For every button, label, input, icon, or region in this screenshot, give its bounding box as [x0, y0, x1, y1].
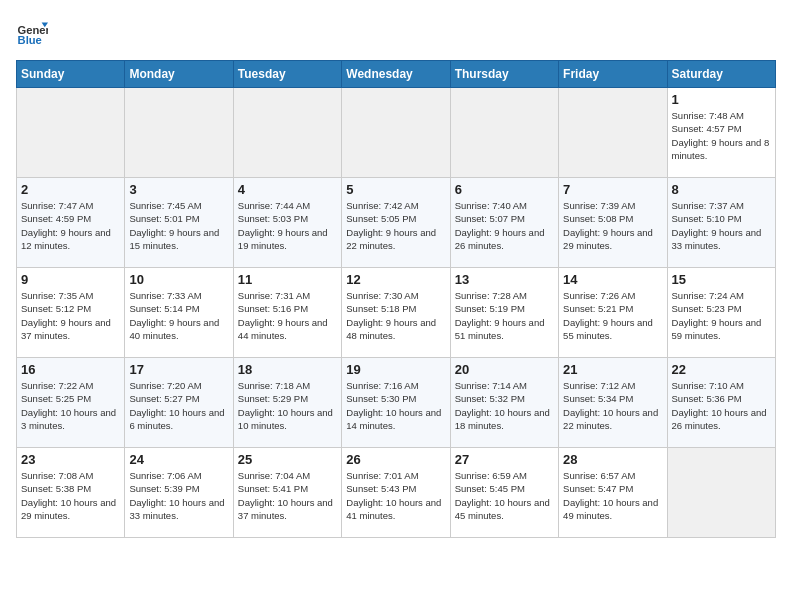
day-number: 10	[129, 272, 228, 287]
day-number: 21	[563, 362, 662, 377]
day-info: Sunrise: 7:44 AM Sunset: 5:03 PM Dayligh…	[238, 199, 337, 252]
day-number: 9	[21, 272, 120, 287]
header-row: SundayMondayTuesdayWednesdayThursdayFrid…	[17, 61, 776, 88]
day-info: Sunrise: 7:45 AM Sunset: 5:01 PM Dayligh…	[129, 199, 228, 252]
day-info: Sunrise: 7:47 AM Sunset: 4:59 PM Dayligh…	[21, 199, 120, 252]
day-cell: 20Sunrise: 7:14 AM Sunset: 5:32 PM Dayli…	[450, 358, 558, 448]
day-info: Sunrise: 7:22 AM Sunset: 5:25 PM Dayligh…	[21, 379, 120, 432]
day-number: 27	[455, 452, 554, 467]
day-cell: 13Sunrise: 7:28 AM Sunset: 5:19 PM Dayli…	[450, 268, 558, 358]
day-info: Sunrise: 7:06 AM Sunset: 5:39 PM Dayligh…	[129, 469, 228, 522]
day-number: 3	[129, 182, 228, 197]
day-number: 13	[455, 272, 554, 287]
day-info: Sunrise: 6:57 AM Sunset: 5:47 PM Dayligh…	[563, 469, 662, 522]
week-row-1: 2Sunrise: 7:47 AM Sunset: 4:59 PM Daylig…	[17, 178, 776, 268]
day-cell: 3Sunrise: 7:45 AM Sunset: 5:01 PM Daylig…	[125, 178, 233, 268]
day-info: Sunrise: 7:04 AM Sunset: 5:41 PM Dayligh…	[238, 469, 337, 522]
week-row-2: 9Sunrise: 7:35 AM Sunset: 5:12 PM Daylig…	[17, 268, 776, 358]
day-cell: 6Sunrise: 7:40 AM Sunset: 5:07 PM Daylig…	[450, 178, 558, 268]
day-cell	[233, 88, 341, 178]
week-row-0: 1Sunrise: 7:48 AM Sunset: 4:57 PM Daylig…	[17, 88, 776, 178]
day-cell: 27Sunrise: 6:59 AM Sunset: 5:45 PM Dayli…	[450, 448, 558, 538]
day-cell: 7Sunrise: 7:39 AM Sunset: 5:08 PM Daylig…	[559, 178, 667, 268]
day-cell: 4Sunrise: 7:44 AM Sunset: 5:03 PM Daylig…	[233, 178, 341, 268]
day-info: Sunrise: 7:37 AM Sunset: 5:10 PM Dayligh…	[672, 199, 771, 252]
day-info: Sunrise: 7:16 AM Sunset: 5:30 PM Dayligh…	[346, 379, 445, 432]
day-cell	[667, 448, 775, 538]
day-header-wednesday: Wednesday	[342, 61, 450, 88]
day-cell: 22Sunrise: 7:10 AM Sunset: 5:36 PM Dayli…	[667, 358, 775, 448]
day-cell: 16Sunrise: 7:22 AM Sunset: 5:25 PM Dayli…	[17, 358, 125, 448]
day-cell: 9Sunrise: 7:35 AM Sunset: 5:12 PM Daylig…	[17, 268, 125, 358]
logo: General Blue	[16, 16, 48, 48]
day-number: 26	[346, 452, 445, 467]
day-number: 18	[238, 362, 337, 377]
day-cell: 10Sunrise: 7:33 AM Sunset: 5:14 PM Dayli…	[125, 268, 233, 358]
day-cell	[342, 88, 450, 178]
day-number: 22	[672, 362, 771, 377]
day-number: 14	[563, 272, 662, 287]
day-cell: 1Sunrise: 7:48 AM Sunset: 4:57 PM Daylig…	[667, 88, 775, 178]
day-cell	[450, 88, 558, 178]
day-info: Sunrise: 7:01 AM Sunset: 5:43 PM Dayligh…	[346, 469, 445, 522]
day-info: Sunrise: 7:24 AM Sunset: 5:23 PM Dayligh…	[672, 289, 771, 342]
day-number: 16	[21, 362, 120, 377]
day-cell: 14Sunrise: 7:26 AM Sunset: 5:21 PM Dayli…	[559, 268, 667, 358]
day-info: Sunrise: 7:10 AM Sunset: 5:36 PM Dayligh…	[672, 379, 771, 432]
day-number: 24	[129, 452, 228, 467]
day-cell: 17Sunrise: 7:20 AM Sunset: 5:27 PM Dayli…	[125, 358, 233, 448]
day-cell: 5Sunrise: 7:42 AM Sunset: 5:05 PM Daylig…	[342, 178, 450, 268]
day-number: 15	[672, 272, 771, 287]
day-cell: 26Sunrise: 7:01 AM Sunset: 5:43 PM Dayli…	[342, 448, 450, 538]
day-info: Sunrise: 6:59 AM Sunset: 5:45 PM Dayligh…	[455, 469, 554, 522]
day-cell	[559, 88, 667, 178]
day-info: Sunrise: 7:20 AM Sunset: 5:27 PM Dayligh…	[129, 379, 228, 432]
day-number: 25	[238, 452, 337, 467]
day-number: 5	[346, 182, 445, 197]
page-header: General Blue	[16, 16, 776, 48]
calendar-table: SundayMondayTuesdayWednesdayThursdayFrid…	[16, 60, 776, 538]
day-number: 6	[455, 182, 554, 197]
day-info: Sunrise: 7:40 AM Sunset: 5:07 PM Dayligh…	[455, 199, 554, 252]
day-info: Sunrise: 7:14 AM Sunset: 5:32 PM Dayligh…	[455, 379, 554, 432]
day-cell: 8Sunrise: 7:37 AM Sunset: 5:10 PM Daylig…	[667, 178, 775, 268]
day-info: Sunrise: 7:42 AM Sunset: 5:05 PM Dayligh…	[346, 199, 445, 252]
day-cell: 12Sunrise: 7:30 AM Sunset: 5:18 PM Dayli…	[342, 268, 450, 358]
day-cell: 11Sunrise: 7:31 AM Sunset: 5:16 PM Dayli…	[233, 268, 341, 358]
day-info: Sunrise: 7:39 AM Sunset: 5:08 PM Dayligh…	[563, 199, 662, 252]
day-number: 1	[672, 92, 771, 107]
day-number: 2	[21, 182, 120, 197]
day-cell	[125, 88, 233, 178]
day-number: 20	[455, 362, 554, 377]
day-header-tuesday: Tuesday	[233, 61, 341, 88]
day-header-sunday: Sunday	[17, 61, 125, 88]
day-number: 8	[672, 182, 771, 197]
day-info: Sunrise: 7:33 AM Sunset: 5:14 PM Dayligh…	[129, 289, 228, 342]
day-info: Sunrise: 7:18 AM Sunset: 5:29 PM Dayligh…	[238, 379, 337, 432]
day-number: 7	[563, 182, 662, 197]
day-cell: 24Sunrise: 7:06 AM Sunset: 5:39 PM Dayli…	[125, 448, 233, 538]
day-cell: 28Sunrise: 6:57 AM Sunset: 5:47 PM Dayli…	[559, 448, 667, 538]
day-cell	[17, 88, 125, 178]
day-cell: 18Sunrise: 7:18 AM Sunset: 5:29 PM Dayli…	[233, 358, 341, 448]
day-cell: 2Sunrise: 7:47 AM Sunset: 4:59 PM Daylig…	[17, 178, 125, 268]
day-header-monday: Monday	[125, 61, 233, 88]
day-number: 11	[238, 272, 337, 287]
day-info: Sunrise: 7:31 AM Sunset: 5:16 PM Dayligh…	[238, 289, 337, 342]
day-number: 4	[238, 182, 337, 197]
day-number: 17	[129, 362, 228, 377]
day-info: Sunrise: 7:35 AM Sunset: 5:12 PM Dayligh…	[21, 289, 120, 342]
week-row-4: 23Sunrise: 7:08 AM Sunset: 5:38 PM Dayli…	[17, 448, 776, 538]
day-header-friday: Friday	[559, 61, 667, 88]
day-cell: 23Sunrise: 7:08 AM Sunset: 5:38 PM Dayli…	[17, 448, 125, 538]
day-info: Sunrise: 7:30 AM Sunset: 5:18 PM Dayligh…	[346, 289, 445, 342]
day-info: Sunrise: 7:26 AM Sunset: 5:21 PM Dayligh…	[563, 289, 662, 342]
day-number: 19	[346, 362, 445, 377]
day-number: 28	[563, 452, 662, 467]
day-cell: 15Sunrise: 7:24 AM Sunset: 5:23 PM Dayli…	[667, 268, 775, 358]
day-header-thursday: Thursday	[450, 61, 558, 88]
day-info: Sunrise: 7:12 AM Sunset: 5:34 PM Dayligh…	[563, 379, 662, 432]
day-info: Sunrise: 7:48 AM Sunset: 4:57 PM Dayligh…	[672, 109, 771, 162]
svg-text:Blue: Blue	[18, 34, 42, 46]
week-row-3: 16Sunrise: 7:22 AM Sunset: 5:25 PM Dayli…	[17, 358, 776, 448]
